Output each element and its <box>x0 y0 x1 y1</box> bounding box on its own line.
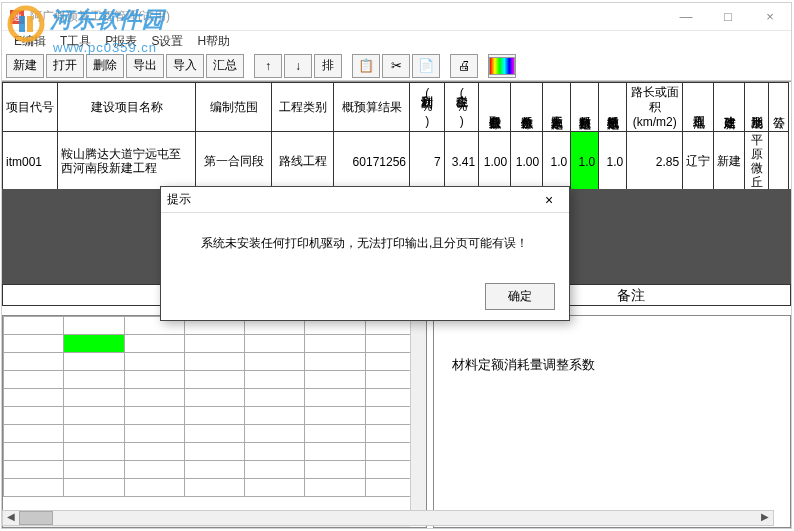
menu-help[interactable]: H帮助 <box>191 31 236 52</box>
delete-button[interactable]: 删除 <box>86 54 124 78</box>
copy-button[interactable]: 📋 <box>352 54 380 78</box>
col-name[interactable]: 建设项目名称 <box>58 83 196 132</box>
move-down-button[interactable]: ↓ <box>284 54 312 78</box>
col-len: 路长或面积(km/m2) <box>627 83 683 132</box>
table-row[interactable]: itm001 鞍山腾达大道宁远屯至西河南段新建工程 第一合同段 路线工程 601… <box>3 132 789 192</box>
mini-vertical-scrollbar[interactable] <box>410 316 426 511</box>
color-swatch-icon <box>489 57 515 75</box>
dialog-message: 系统未安装任何打印机驱动，无法打印输出,且分页可能有误！ <box>161 213 569 262</box>
menu-edit[interactable]: E编辑 <box>8 31 52 52</box>
toolbar: 新建 打开 删除 导出 导入 汇总 ↑ ↓ 排 📋 ✂ 📄 🖨 <box>2 51 791 81</box>
menubar: E编辑 T工具 P报表 S设置 H帮助 <box>2 31 791 51</box>
window-title: 阿广概预算工程管理(试用) <box>30 8 665 25</box>
col-f3: 人工定额系数 <box>543 83 571 132</box>
paste-icon: 📄 <box>418 58 434 73</box>
main-grid[interactable]: 项目代号 建设项目名称 编制范围 工程类别 概预算结果 计划利润(%) 税金率(… <box>2 81 791 187</box>
print-icon: 🖨 <box>458 58 471 73</box>
dialog-close-button[interactable]: × <box>535 192 563 208</box>
copy-icon: 📋 <box>358 58 374 73</box>
col-f2: 综合单价系数 <box>511 83 543 132</box>
lower-right-panel: 材料定额消耗量调整系数 <box>433 315 791 528</box>
col-terrain: 地形类别 <box>745 83 769 132</box>
open-button[interactable]: 打开 <box>46 54 84 78</box>
titlebar: 速 阿广概预算工程管理(试用) — □ × <box>2 3 791 31</box>
menu-tools[interactable]: T工具 <box>54 31 97 52</box>
import-button[interactable]: 导入 <box>166 54 204 78</box>
panel-text: 材料定额消耗量调整系数 <box>452 356 780 374</box>
scroll-left-arrow[interactable]: ◀ <box>3 511 19 525</box>
col-scope[interactable]: 编制范围 <box>196 83 272 132</box>
move-up-button[interactable]: ↑ <box>254 54 282 78</box>
col-mat: 材料定额系数 <box>571 83 599 132</box>
minimize-button[interactable]: — <box>665 4 707 30</box>
color-button[interactable] <box>488 54 516 78</box>
header-row: 项目代号 建设项目名称 编制范围 工程类别 概预算结果 计划利润(%) 税金率(… <box>3 83 789 132</box>
summary-button[interactable]: 汇总 <box>206 54 244 78</box>
col-loc: 工程地点 <box>683 83 714 132</box>
menu-settings[interactable]: S设置 <box>145 31 189 52</box>
print-button[interactable]: 🖨 <box>450 54 478 78</box>
new-button[interactable]: 新建 <box>6 54 44 78</box>
lower-left-grid[interactable] <box>2 315 427 528</box>
close-button[interactable]: × <box>749 4 791 30</box>
message-dialog: 提示 × 系统未安装任何打印机驱动，无法打印输出,且分页可能有误！ 确定 <box>160 186 570 321</box>
scroll-right-arrow[interactable]: ▶ <box>757 511 773 525</box>
col-grade: 公等 <box>769 83 789 132</box>
col-mech: 机械定额系数 <box>599 83 627 132</box>
col-code[interactable]: 项目代号 <box>3 83 58 132</box>
scroll-thumb[interactable] <box>19 511 53 525</box>
dialog-title: 提示 <box>167 191 535 208</box>
col-kind: 新建改建 <box>714 83 745 132</box>
cut-icon: ✂ <box>391 58 402 73</box>
col-tax: 税金率(%) <box>444 83 479 132</box>
export-button[interactable]: 导出 <box>126 54 164 78</box>
paste-button[interactable]: 📄 <box>412 54 440 78</box>
col-profit: 计划利润(%) <box>410 83 445 132</box>
maximize-button[interactable]: □ <box>707 4 749 30</box>
main-horizontal-scrollbar[interactable]: ◀ ▶ <box>2 510 774 526</box>
app-icon: 速 <box>10 10 24 24</box>
col-f1: 综合取费系数 <box>479 83 511 132</box>
cut-button[interactable]: ✂ <box>382 54 410 78</box>
col-type[interactable]: 工程类别 <box>272 83 334 132</box>
selected-cell[interactable] <box>64 335 124 353</box>
sort-button[interactable]: 排 <box>314 54 342 78</box>
menu-reports[interactable]: P报表 <box>99 31 143 52</box>
ok-button[interactable]: 确定 <box>485 283 555 310</box>
col-result[interactable]: 概预算结果 <box>334 83 410 132</box>
